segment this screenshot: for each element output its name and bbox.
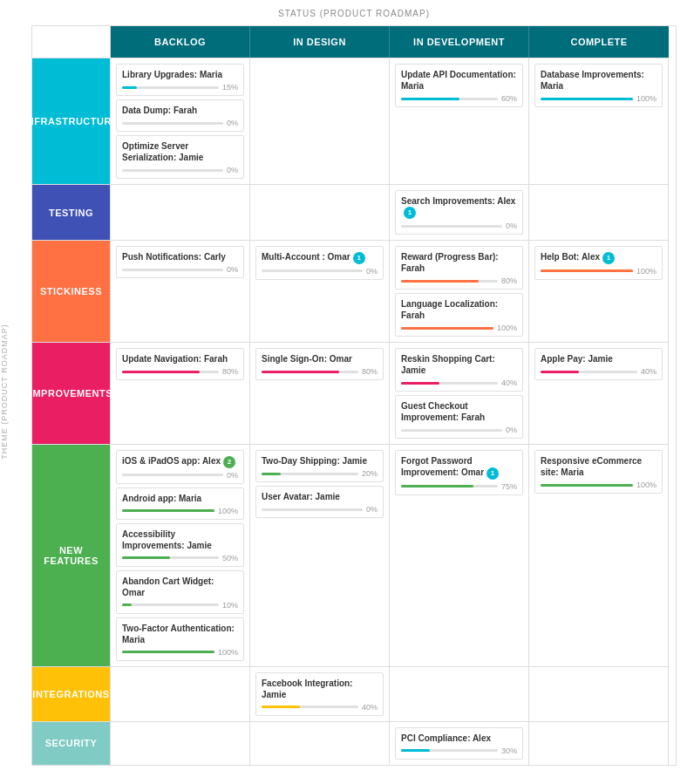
- progress-bar-fill: [122, 556, 170, 559]
- task-assignee: Omar: [461, 467, 484, 477]
- task-card: Single Sign-On: Omar80%: [255, 348, 384, 380]
- task-title-text: Two-Day Shipping: Jamie: [262, 456, 367, 466]
- task-meta: 100%: [401, 324, 517, 332]
- task-meta: 80%: [262, 367, 378, 376]
- progress-pct: 40%: [501, 378, 517, 387]
- task-title-text: Optimize Server Serialization: Jamie: [122, 141, 203, 162]
- progress-bar-bg: [262, 508, 363, 511]
- task-assignee: Farah: [401, 263, 425, 273]
- task-assignee: Maria: [200, 70, 222, 79]
- progress-bar-bg: [262, 371, 358, 373]
- progress-bar-bg: [122, 603, 219, 606]
- task-card: Responsive eCommerce site: Maria100%: [534, 450, 663, 494]
- row-label-new-features: NEW FEATURES: [32, 444, 111, 665]
- task-title: iOS & iPadOS app: Alex2: [122, 455, 238, 467]
- progress-bar-fill: [401, 280, 479, 283]
- task-meta: 0%: [262, 505, 378, 514]
- progress-pct: 20%: [362, 469, 378, 478]
- roadmap-grid: BACKLOG IN DESIGN IN DEVELOPMENT COMPLET…: [31, 25, 677, 766]
- task-title-text: Two-Factor Authentication: Maria: [122, 624, 235, 644]
- progress-bar-bg: [122, 269, 223, 271]
- task-title-text: Data Dump: Farah: [122, 106, 197, 115]
- progress-pct: 40%: [641, 367, 657, 376]
- task-title-text: User Avatar: Jamie: [262, 492, 340, 501]
- task-title: Update Navigation: Farah: [122, 353, 238, 365]
- task-assignee: Jamie: [187, 541, 211, 550]
- task-title: Multi-Account : Omar1: [262, 251, 378, 263]
- task-assignee: Alex: [497, 196, 515, 206]
- progress-bar-bg: [401, 225, 502, 228]
- task-assignee: Carly: [204, 252, 226, 262]
- task-assignee: Farah: [174, 106, 197, 115]
- progress-bar-bg: [122, 474, 223, 476]
- cell-stickiness-backlog: Push Notifications: Carly0%: [111, 240, 250, 342]
- cell-testing-backlog: [111, 184, 250, 240]
- progress-bar-bg: [122, 86, 219, 89]
- progress-bar-bg: [541, 484, 633, 487]
- task-title: Push Notifications: Carly: [122, 251, 238, 262]
- task-assignee: Jamie: [588, 354, 612, 364]
- progress-pct: 0%: [506, 222, 517, 230]
- row-label-infrastructure: INFRASTRUCTURE: [32, 58, 111, 184]
- page-wrapper: THEME (PRODUCT ROADMAP) STATUS (PRODUCT …: [0, 0, 694, 783]
- task-meta: 30%: [401, 747, 517, 755]
- task-card: Apple Pay: Jamie40%: [534, 348, 663, 380]
- cell-integrations-indesign: Facebook Integration: Jamie40%: [250, 666, 390, 721]
- task-card: Optimize Server Serialization: Jamie0%: [116, 135, 244, 179]
- task-assignee: Farah: [461, 412, 485, 422]
- task-assignee: Jamie: [179, 153, 203, 162]
- task-assignee: Omar: [122, 588, 145, 597]
- progress-pct: 15%: [222, 83, 238, 92]
- task-card: Update API Documentation: Maria60%: [395, 64, 523, 107]
- progress-bar-fill: [401, 98, 459, 100]
- task-meta: 10%: [122, 601, 238, 610]
- progress-bar-fill: [122, 651, 214, 653]
- task-card: Library Upgrades: Maria15%: [116, 64, 244, 96]
- task-title: Update API Documentation: Maria: [401, 69, 517, 92]
- task-card: Guest Checkout Improvement: Farah0%: [395, 395, 523, 439]
- task-meta: 40%: [541, 367, 657, 376]
- progress-bar-bg: [122, 371, 219, 373]
- cell-security-backlog: [111, 721, 250, 765]
- progress-bar-fill: [262, 371, 339, 373]
- theme-side-label: THEME (PRODUCT ROADMAP): [0, 324, 9, 459]
- progress-pct: 100%: [636, 481, 657, 489]
- cell-security-complete: [529, 721, 669, 765]
- progress-pct: 75%: [501, 482, 517, 491]
- cell-infrastructure-complete: Database Improvements: Maria100%: [529, 58, 669, 184]
- task-meta: 75%: [401, 482, 517, 491]
- progress-bar-fill: [122, 509, 214, 512]
- task-meta: 20%: [262, 469, 378, 478]
- progress-bar-bg: [541, 371, 637, 373]
- task-assignee: Alex: [582, 252, 600, 262]
- task-meta: 0%: [262, 267, 378, 276]
- header-empty: [32, 26, 111, 58]
- task-title-text: Language Localization: Farah: [401, 299, 498, 320]
- progress-bar-bg: [122, 122, 223, 125]
- task-title-text: Guest Checkout Improvement: Farah: [401, 401, 485, 422]
- task-assignee: Jamie: [262, 690, 286, 699]
- cell-new-features-indev: Forgot Password Improvement: Omar175%: [390, 444, 529, 665]
- progress-pct: 50%: [222, 554, 238, 562]
- progress-bar-fill: [401, 327, 493, 330]
- progress-bar-bg: [122, 509, 214, 512]
- cell-new-features-indesign: Two-Day Shipping: Jamie20%User Avatar: J…: [250, 444, 390, 665]
- progress-pct: 80%: [222, 367, 238, 376]
- cell-integrations-complete: [529, 666, 669, 721]
- progress-pct: 0%: [506, 426, 517, 434]
- task-title: Data Dump: Farah: [122, 105, 238, 116]
- progress-bar-bg: [401, 749, 498, 752]
- task-assignee: Omar: [330, 354, 352, 364]
- task-meta: 40%: [262, 703, 378, 712]
- task-title-text: Reward (Progress Bar): Farah: [401, 252, 499, 273]
- task-title: Optimize Server Serialization: Jamie: [122, 140, 238, 163]
- page-content: STATUS (PRODUCT ROADMAP) BACKLOG IN DESI…: [14, 0, 694, 783]
- progress-bar-bg: [401, 98, 498, 100]
- task-meta: 0%: [122, 119, 238, 127]
- cell-testing-indesign: [250, 184, 390, 240]
- task-card: Reward (Progress Bar): Farah80%: [395, 246, 523, 290]
- cell-infrastructure-indesign: [250, 58, 390, 184]
- progress-pct: 80%: [501, 276, 517, 285]
- task-meta: 50%: [122, 554, 238, 562]
- task-title: PCI Compliance: Alex: [401, 733, 517, 744]
